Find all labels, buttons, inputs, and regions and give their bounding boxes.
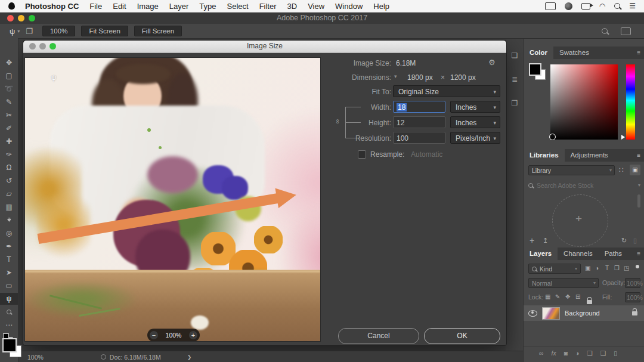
- lock-image-icon[interactable]: ✎: [555, 293, 560, 300]
- height-unit-select[interactable]: Inches▾: [450, 116, 500, 128]
- panel-menu-icon[interactable]: ≡: [637, 47, 644, 59]
- panel-menu-icon[interactable]: ≡: [637, 149, 644, 162]
- layer-thumbnail[interactable]: [542, 307, 560, 320]
- zoom-in-button[interactable]: +: [189, 331, 197, 339]
- quick-selection-tool[interactable]: ✎: [0, 96, 18, 108]
- library-select[interactable]: Library▾: [528, 165, 615, 175]
- height-input[interactable]: 12: [393, 116, 445, 128]
- workspace-icon[interactable]: [621, 27, 631, 35]
- dodge-tool[interactable]: ◎: [0, 227, 18, 239]
- layer-filter-kind[interactable]: Kind ▾: [528, 264, 581, 274]
- marquee-tool[interactable]: ▢: [0, 70, 18, 82]
- screen-record-icon[interactable]: [581, 3, 590, 10]
- history-brush-tool[interactable]: ↺: [0, 175, 18, 187]
- display-icon[interactable]: [545, 2, 556, 10]
- pixel-layer-filter-icon[interactable]: ▣: [585, 265, 590, 271]
- resample-checkbox[interactable]: [358, 150, 366, 159]
- resolution-unit-select[interactable]: Pixels/Inch▾: [450, 132, 500, 144]
- color-picker-ring[interactable]: [549, 134, 556, 140]
- apple-menu-icon[interactable]: [8, 2, 15, 10]
- menu-filter[interactable]: Filter: [259, 2, 277, 11]
- zoom-window-button[interactable]: [29, 15, 35, 21]
- siri-icon[interactable]: [565, 2, 572, 10]
- spotlight-search-icon[interactable]: [614, 3, 620, 9]
- menu-window[interactable]: Window: [335, 2, 363, 11]
- layer-name[interactable]: Background: [565, 310, 600, 317]
- adjustment-layer-filter-icon[interactable]: ◑: [595, 265, 599, 271]
- type-tool[interactable]: T: [0, 253, 18, 265]
- zoom-out-button[interactable]: −: [150, 331, 158, 339]
- status-zoom[interactable]: 100%: [27, 354, 44, 361]
- link-layers-icon[interactable]: ∞: [539, 349, 544, 357]
- lasso-tool[interactable]: ➰: [0, 83, 18, 95]
- menu-type[interactable]: Type: [199, 2, 216, 11]
- fit-to-select[interactable]: Original Size▾: [393, 85, 500, 97]
- menu-photoshop[interactable]: Photoshop CC: [25, 2, 79, 11]
- menu-select[interactable]: Select: [227, 2, 248, 11]
- scrubby-zoom-icon[interactable]: ❐: [26, 27, 33, 36]
- new-group-icon[interactable]: ❏: [587, 349, 592, 357]
- new-adjustment-layer-icon[interactable]: ◑: [575, 349, 579, 357]
- lock-all-icon[interactable]: [587, 300, 592, 304]
- clone-source-panel-icon[interactable]: ❐: [509, 99, 520, 107]
- smart-object-filter-icon[interactable]: ◳: [624, 265, 629, 271]
- close-window-button[interactable]: [7, 15, 14, 21]
- menu-3d[interactable]: 3D: [287, 2, 298, 11]
- pen-tool[interactable]: ✒: [0, 240, 18, 252]
- type-layer-filter-icon[interactable]: T: [605, 265, 609, 271]
- tab-libraries[interactable]: Libraries: [524, 149, 565, 162]
- menu-file[interactable]: File: [89, 2, 102, 11]
- crop-tool[interactable]: ✂: [0, 109, 18, 121]
- image-preview[interactable]: ψ − 100% +: [24, 57, 321, 342]
- toolbar-ellipsis[interactable]: ⋯: [0, 319, 18, 331]
- width-unit-select[interactable]: Inches▾: [450, 101, 500, 113]
- path-selection-tool[interactable]: ➤: [0, 267, 18, 279]
- layer-visibility-eye-icon[interactable]: [528, 310, 537, 317]
- fit-screen-button[interactable]: Fit Screen: [81, 26, 128, 36]
- trash-icon[interactable]: ▯: [633, 237, 637, 245]
- zoom-100-button[interactable]: 100%: [42, 26, 75, 36]
- search-icon[interactable]: [602, 28, 608, 34]
- ok-button[interactable]: OK: [424, 328, 500, 344]
- filter-toggle-dot[interactable]: [636, 265, 639, 268]
- fill-field[interactable]: 100%: [625, 292, 640, 302]
- dialog-zoom-button[interactable]: [49, 43, 56, 49]
- tab-layers[interactable]: Layers: [524, 247, 558, 260]
- resolution-input[interactable]: 100: [393, 132, 445, 144]
- tab-channels[interactable]: Channels: [558, 247, 599, 260]
- dimensions-chevron-icon[interactable]: ▾: [394, 73, 397, 79]
- lock-position-icon[interactable]: ✥: [565, 293, 570, 300]
- dialog-title-bar[interactable]: Image Size: [23, 41, 506, 53]
- history-panel-icon[interactable]: ❏: [509, 51, 520, 60]
- eraser-tool[interactable]: ▱: [0, 188, 18, 200]
- hue-slider[interactable]: [626, 64, 635, 140]
- layer-row-background[interactable]: Background: [524, 305, 644, 321]
- list-view-icon[interactable]: ▣: [630, 165, 640, 175]
- grid-view-icon[interactable]: ∷: [619, 166, 624, 174]
- menu-help[interactable]: Help: [373, 2, 389, 11]
- delete-layer-icon[interactable]: ▯: [614, 349, 617, 357]
- blur-tool[interactable]: ♠: [0, 214, 18, 226]
- tab-adjustments[interactable]: Adjustments: [565, 149, 614, 162]
- layer-mask-icon[interactable]: ◙: [564, 349, 568, 357]
- properties-panel-icon[interactable]: ≣: [509, 75, 520, 83]
- foreground-background-colors[interactable]: [0, 337, 24, 362]
- notification-center-icon[interactable]: ☰: [629, 2, 636, 10]
- dialog-close-button[interactable]: [29, 43, 36, 49]
- hue-slider-marker[interactable]: [621, 135, 625, 140]
- spot-healing-tool[interactable]: ✚: [0, 135, 18, 147]
- scrollbar-thumb[interactable]: [637, 194, 640, 208]
- lock-transparency-icon[interactable]: ▦: [545, 293, 550, 300]
- library-search-field[interactable]: Search Adobe Stock ▾: [528, 180, 640, 190]
- layer-effects-icon[interactable]: fx: [552, 349, 556, 357]
- menu-edit[interactable]: Edit: [113, 2, 126, 11]
- opacity-field[interactable]: 100%: [625, 278, 640, 288]
- tab-paths[interactable]: Paths: [599, 247, 628, 260]
- zoom-tool[interactable]: [0, 306, 18, 318]
- menu-image[interactable]: Image: [137, 2, 159, 11]
- new-layer-icon[interactable]: ❑: [600, 349, 606, 357]
- menu-view[interactable]: View: [308, 2, 324, 11]
- sync-icon[interactable]: ↻: [621, 237, 627, 245]
- fill-screen-button[interactable]: Fill Screen: [134, 26, 182, 36]
- menu-layer[interactable]: Layer: [169, 2, 189, 11]
